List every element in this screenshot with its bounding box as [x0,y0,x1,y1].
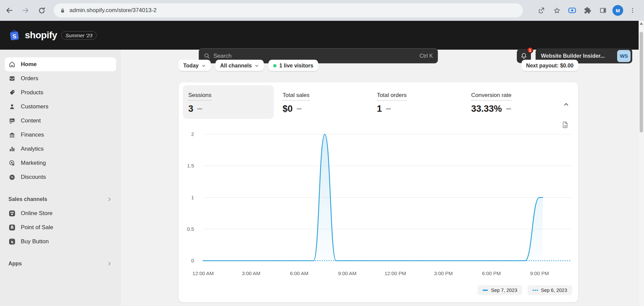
browser-chrome: admin.shopify.com/store/374013-2 M [0,0,644,21]
sidebar-item-label: Point of Sale [21,224,53,231]
sidebar-item-label: Marketing [21,160,46,166]
home-icon [8,61,16,68]
version-badge: Summer '23 [61,31,97,40]
kebab-menu-icon [629,7,636,14]
person-icon [8,103,16,110]
bookmark-star-icon [553,7,561,14]
shopify-topbar: S shopify Summer '23 Ctrl K 1 Website Bu… [0,21,644,50]
legend-item-sep-7[interactable]: Sep 7, 2023 [478,285,522,295]
storefront-icon [8,210,16,217]
legend-item-sep-6[interactable]: Sep 6, 2023 [528,285,572,295]
forward-button[interactable] [19,4,32,17]
sidebar-section-sales-channels[interactable]: Sales channels [5,192,116,206]
sidebar-item-label: Online Store [21,210,53,217]
svg-text:3:00 PM: 3:00 PM [434,270,453,276]
store-avatar: WS [617,50,631,62]
sidebar-item-point-of-sale[interactable]: s Point of Sale [5,220,116,235]
section-label: Sales channels [8,196,47,202]
bookmark-button[interactable] [551,4,563,16]
shopify-bag-icon: S [8,29,21,42]
refresh-button[interactable] [35,4,48,17]
chevron-down-icon [254,63,259,68]
back-arrow-icon [5,6,13,14]
solid-line-swatch [483,290,488,291]
legend-label: Sep 7, 2023 [491,288,517,293]
svg-text:12:00 PM: 12:00 PM [385,270,406,276]
chevron-down-icon [201,63,206,68]
page-scrollbar[interactable] [639,21,644,306]
shopify-wordmark: shopify [25,30,57,41]
dotted-line-swatch [533,290,538,291]
pinned-extension-icon [568,6,577,14]
url-bar[interactable]: admin.shopify.com/store/374013-2 [54,3,523,17]
dashboard-toolbar: Today All channels 1 live visitors Next … [179,60,578,71]
shopify-logo[interactable]: S shopify Summer '23 [8,21,97,50]
extensions-button[interactable] [582,4,594,16]
scroll-up-arrow[interactable] [640,22,643,25]
svg-text:9:00 PM: 9:00 PM [530,270,549,276]
side-panel-button[interactable] [597,4,609,16]
orders-icon [8,75,16,82]
svg-text:6:00 PM: 6:00 PM [482,270,501,276]
sidebar-section-apps[interactable]: Apps [5,257,116,271]
search-shortcut: Ctrl K [419,53,433,59]
svg-text:s: s [11,226,13,229]
notification-badge: 1 [527,47,533,53]
sidebar-item-marketing[interactable]: Marketing [5,156,116,170]
bank-icon [8,131,16,139]
svg-text:12:00 AM: 12:00 AM [192,270,213,276]
svg-text:%: % [11,175,13,179]
svg-text:9:00 AM: 9:00 AM [338,270,356,276]
sidebar-item-analytics[interactable]: Analytics [5,142,116,156]
search-input[interactable] [213,53,416,59]
live-visitors-button[interactable]: 1 live visitors [268,60,318,71]
sidebar-item-label: Orders [21,75,38,82]
sessions-chart: 00.511.5212:00 AM3:00 AM6:00 AM9:00 AM12… [179,82,578,302]
sidebar-item-products[interactable]: Products [5,86,116,100]
sidebar-item-label: Buy Button [21,238,49,245]
sidebar-item-buy-button[interactable]: Buy Button [5,235,116,249]
screen: admin.shopify.com/store/374013-2 M [0,0,644,306]
sidebar-item-content[interactable]: Content [5,114,116,128]
analytics-card: Sessions 3 Total sales $0 Total orders 1… [179,82,578,302]
live-indicator-dot [273,64,277,67]
pos-bag-icon: s [8,224,16,231]
chevron-right-icon [106,196,112,202]
share-button[interactable] [535,4,547,16]
bell-icon [520,52,528,60]
scrollbar-thumb[interactable] [640,32,643,133]
puzzle-icon [584,7,591,14]
chrome-toolbar-right: M [535,0,639,21]
sidebar-item-discounts[interactable]: % Discounts [5,170,116,184]
section-label: Apps [8,261,22,267]
buy-button-cursor-icon [8,238,16,245]
forward-arrow-icon [21,6,30,14]
channel-filter-label: All channels [220,63,252,69]
channel-filter-button[interactable]: All channels [215,60,264,71]
side-panel-icon [599,7,607,14]
chevron-right-icon [106,261,112,267]
share-icon [538,7,545,14]
sidebar-item-online-store[interactable]: Online Store [5,206,116,220]
back-button[interactable] [3,4,16,17]
sidebar-item-label: Discounts [21,174,46,181]
sidebar-item-label: Analytics [21,146,44,152]
next-payout-label: Next payout: $0.00 [526,63,574,69]
date-filter-button[interactable]: Today [179,60,211,71]
browser-menu-button[interactable] [627,4,639,16]
sidebar-item-finances[interactable]: Finances [5,128,116,142]
target-cursor-icon [8,159,16,167]
sidebar-item-home[interactable]: Home [5,57,116,71]
extension-pinned-button[interactable] [566,4,578,16]
svg-text:0: 0 [191,258,194,263]
sidebar-item-label: Home [21,61,37,68]
sidebar-item-orders[interactable]: Orders [5,71,116,86]
sidebar-item-customers[interactable]: Customers [5,100,116,114]
browser-profile-avatar[interactable]: M [612,5,623,16]
sidebar: Home Orders Products Customers Content F… [0,50,121,306]
legend-label: Sep 6, 2023 [541,288,567,293]
svg-text:1: 1 [191,195,194,200]
discount-badge-icon: % [8,173,16,181]
next-payout-button[interactable]: Next payout: $0.00 [522,60,578,71]
sidebar-item-label: Products [21,89,43,96]
